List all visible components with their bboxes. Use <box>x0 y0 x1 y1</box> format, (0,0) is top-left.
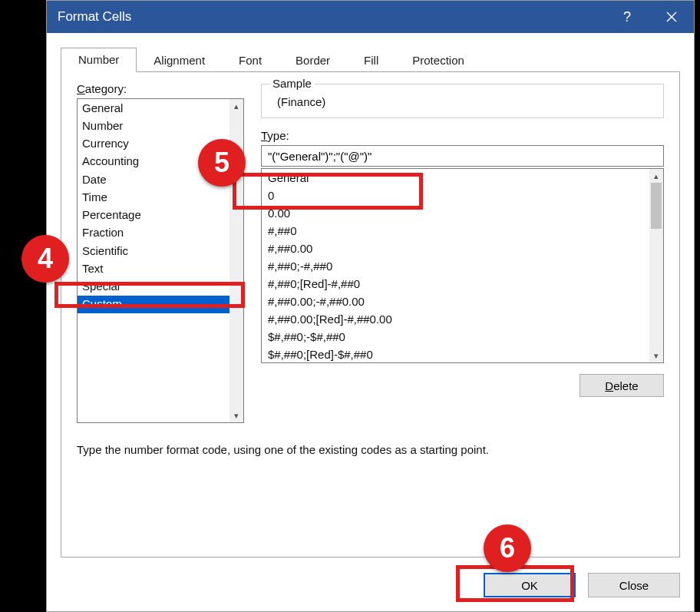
scroll-thumb[interactable] <box>651 183 662 229</box>
category-item-date[interactable]: Date <box>78 170 243 188</box>
format-code-listbox[interactable]: General00.00#,##0#,##0.00#,##0;-#,##0#,#… <box>261 168 664 363</box>
format-cells-dialog: Format Cells ? Number Alignment Font Bor… <box>46 0 695 612</box>
hint-text: Type the number format code, using one o… <box>77 443 664 456</box>
dialog-button-row: OK Close <box>484 573 680 597</box>
category-item-custom[interactable]: Custom <box>78 296 243 313</box>
scroll-up-icon: ▴ <box>649 169 663 183</box>
format-code-item[interactable]: $#,##0;-$#,##0 <box>262 328 663 346</box>
category-label: Category: <box>77 82 244 95</box>
category-item-fraction[interactable]: Fraction <box>78 224 243 242</box>
tab-label: Alignment <box>154 54 205 67</box>
tab-label: Font <box>239 54 262 67</box>
category-item-general[interactable]: General <box>78 99 243 117</box>
dialog-body: Number Alignment Font Border Fill Protec… <box>61 47 680 597</box>
tab-alignment[interactable]: Alignment <box>137 49 222 72</box>
category-item-percentage[interactable]: Percentage <box>78 207 243 224</box>
category-item-time[interactable]: Time <box>78 188 243 206</box>
format-code-item[interactable]: #,##0.00;[Red]-#,##0.00 <box>262 310 663 328</box>
scroll-down-icon: ▾ <box>229 409 243 422</box>
format-code-item[interactable]: $#,##0;[Red]-$#,##0 <box>262 346 663 363</box>
category-item-special[interactable]: Special <box>78 278 243 296</box>
tab-label: Number <box>78 53 119 66</box>
format-code-item[interactable]: #,##0;-#,##0 <box>262 257 663 275</box>
category-scrollbar[interactable]: ▴ ▾ <box>229 99 243 422</box>
type-label: Type: <box>261 129 664 142</box>
format-code-item[interactable]: #,##0.00 <box>262 240 663 257</box>
help-button[interactable]: ? <box>605 1 649 33</box>
close-icon <box>666 12 677 22</box>
format-code-item[interactable]: 0 <box>262 187 663 204</box>
format-code-item[interactable]: #,##0 <box>262 222 663 240</box>
category-item-currency[interactable]: Currency <box>78 135 243 153</box>
delete-button[interactable]: Delete <box>579 374 664 397</box>
window-close-button[interactable] <box>649 1 694 33</box>
format-code-item[interactable]: 0.00 <box>262 204 663 222</box>
category-item-text[interactable]: Text <box>78 260 243 277</box>
format-scrollbar[interactable]: ▴ ▾ <box>649 169 663 362</box>
tab-protection[interactable]: Protection <box>395 49 481 72</box>
type-input[interactable] <box>261 145 664 167</box>
tab-font[interactable]: Font <box>222 49 279 72</box>
category-listbox[interactable]: GeneralNumberCurrencyAccountingDateTimeP… <box>77 98 244 423</box>
tab-border[interactable]: Border <box>279 49 347 72</box>
format-code-item[interactable]: General <box>262 169 663 187</box>
tab-number[interactable]: Number <box>61 48 137 72</box>
category-item-number[interactable]: Number <box>78 117 243 134</box>
sample-value: (Finance) <box>271 92 654 108</box>
format-code-item[interactable]: #,##0;[Red]-#,##0 <box>262 275 663 293</box>
number-tab-panel: Category: GeneralNumberCurrencyAccountin… <box>61 71 680 557</box>
category-item-scientific[interactable]: Scientific <box>78 242 243 260</box>
category-item-accounting[interactable]: Accounting <box>78 153 243 170</box>
titlebar: Format Cells ? <box>47 1 694 33</box>
tabstrip: Number Alignment Font Border Fill Protec… <box>61 47 680 72</box>
tab-fill[interactable]: Fill <box>347 49 395 72</box>
sample-legend: Sample <box>269 77 315 90</box>
close-button[interactable]: Close <box>588 573 680 597</box>
tab-label: Protection <box>412 54 464 67</box>
tab-label: Fill <box>364 54 378 67</box>
ok-button[interactable]: OK <box>484 573 576 597</box>
scroll-down-icon: ▾ <box>649 349 663 362</box>
dialog-title: Format Cells <box>58 9 131 25</box>
sample-group: Sample (Finance) <box>261 84 664 118</box>
tab-label: Border <box>296 54 330 67</box>
scroll-up-icon: ▴ <box>229 99 243 113</box>
format-code-item[interactable]: #,##0.00;-#,##0.00 <box>262 293 663 310</box>
